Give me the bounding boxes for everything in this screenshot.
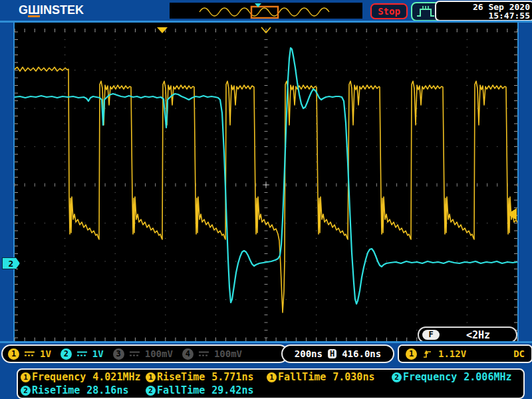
measurement-ch1-frequency: 1 Frequency4.021MHz — [21, 371, 146, 383]
trigger-source-badge: 1 — [406, 348, 417, 360]
trigger-level-value: 1.12V — [438, 348, 466, 359]
ch4-badge: 4 — [182, 348, 194, 360]
timebase-value: 200ns — [295, 348, 323, 359]
time-value: 15:47:55 — [436, 11, 530, 20]
measurement-ch2-frequency: 2 Frequency2.006MHz — [392, 371, 521, 383]
ch1-dc-coupling-icon — [24, 350, 35, 357]
datetime-display: 26 Sep 2020 15:47:55 — [435, 1, 532, 21]
channel-status-bar: 1 1V 2 1V 3 100mV 4 — [1, 344, 289, 363]
ch1-status: 1 1V — [8, 348, 51, 360]
logo-g: G — [19, 3, 28, 17]
ch1-badge: 1 — [8, 348, 19, 360]
status-area: 1 1V 2 1V 3 100mV 4 — [0, 343, 532, 399]
logo-w: Ш — [28, 5, 40, 17]
gwinstek-logo: GШINSTEK — [19, 3, 84, 17]
ch3-status: 3 100mV — [113, 348, 173, 360]
ch3-scale: 100mV — [145, 348, 173, 359]
ch2-dc-coupling-icon — [76, 350, 88, 357]
measurement-panel: 1 Frequency4.021MHz 1 RiseTime5.771ns 1 … — [17, 368, 525, 399]
ch4-status: 4 100mV — [182, 348, 242, 360]
trigger-frequency-value: <2Hz — [466, 329, 490, 341]
ch3-badge: 3 — [113, 348, 124, 360]
measurement-ch2-falltime: 2 FallTime29.42ns — [146, 384, 267, 396]
timebase-status: 200ns H 416.0ns — [281, 344, 394, 363]
ch3-dc-coupling-icon — [129, 350, 140, 357]
scope-display — [15, 22, 517, 341]
measurement-ch2-risetime: 2 RiseTime28.16ns — [21, 384, 146, 396]
horizontal-icon: H — [328, 349, 336, 358]
trigger-coupling: DC — [513, 348, 525, 359]
ch2-status: 2 1V — [61, 348, 104, 360]
measurement-ch1-falltime: 1 FallTime7.030ns — [267, 371, 392, 383]
ch1-scale: 1V — [40, 348, 51, 359]
horizontal-position-value: 416.0ns — [342, 348, 381, 359]
rising-edge-icon — [423, 349, 432, 359]
header-bar: GШINSTEK Stop 26 Sep 2020 15:47:55 — [0, 0, 532, 21]
trigger-status: 1 1.12V DC — [398, 344, 532, 363]
top-accent-line — [0, 21, 532, 23]
preview-waveform-icon — [170, 3, 362, 19]
frequency-indicator-icon: F — [422, 330, 440, 340]
measurement-ch1-risetime: 1 RiseTime5.771ns — [146, 371, 267, 383]
logo-instek: INSTEK — [40, 3, 84, 17]
ch4-scale: 100mV — [214, 348, 242, 359]
stop-button[interactable]: Stop — [370, 3, 408, 19]
acquisition-preview-bar — [170, 3, 362, 19]
ch2-scale: 1V — [92, 348, 104, 359]
ch2-badge: 2 — [61, 348, 72, 360]
ch4-dc-coupling-icon — [198, 350, 209, 357]
